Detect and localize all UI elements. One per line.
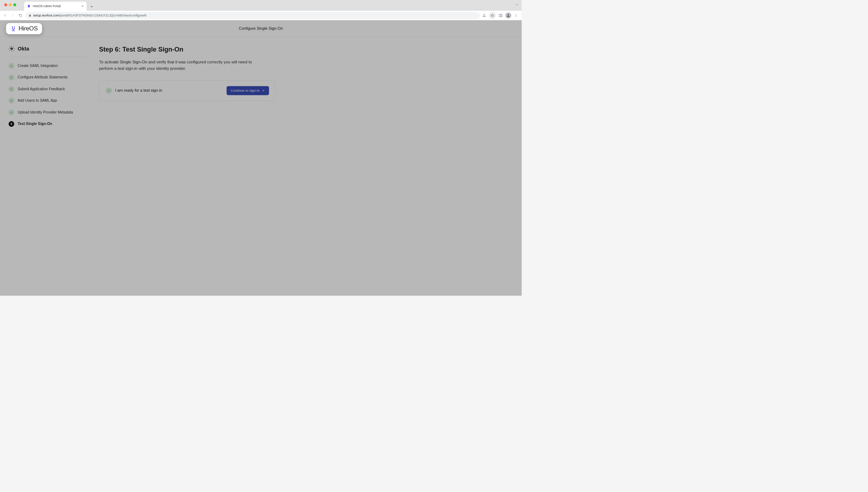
- step-configure-attributes[interactable]: Configure Attribute Statements: [9, 75, 86, 81]
- address-bar[interactable]: setup.workos.com/portal/01H3FSTNSNDCGDMJ…: [25, 12, 480, 19]
- profile-avatar[interactable]: [505, 13, 511, 19]
- tab-close-icon[interactable]: ×: [82, 4, 84, 8]
- bookmark-button[interactable]: [489, 12, 496, 19]
- forward-button[interactable]: [10, 13, 16, 18]
- step-label: Test Single Sign-On: [18, 122, 52, 126]
- tab-strip: HireOS Admin Portal × +: [0, 0, 522, 11]
- svg-point-10: [10, 47, 10, 47]
- action-card: I am ready for a test sign-in Continue t…: [99, 80, 276, 101]
- check-icon: [9, 63, 14, 69]
- main-content: Step 6: Test Single Sign-On To activate …: [99, 45, 276, 127]
- share-icon[interactable]: [482, 13, 486, 18]
- provider-header: Okta: [9, 45, 86, 57]
- check-icon: [9, 98, 14, 103]
- check-icon: [9, 86, 14, 92]
- svg-point-5: [11, 48, 12, 49]
- reload-button[interactable]: [18, 13, 23, 18]
- minimize-window-button[interactable]: [9, 4, 12, 6]
- svg-rect-0: [499, 14, 502, 16]
- step-label: Create SAML Integration: [18, 64, 58, 68]
- main-description: To activate Single Sign-On and verify th…: [99, 59, 267, 72]
- maximize-window-button[interactable]: [13, 4, 16, 6]
- svg-point-6: [11, 46, 12, 47]
- step-label: Submit Application Feedback: [18, 87, 65, 91]
- svg-point-13: [13, 50, 14, 51]
- step-add-users[interactable]: Add Users to SAML App: [9, 98, 86, 103]
- svg-point-9: [14, 48, 15, 49]
- logo-text: HireOS: [19, 25, 38, 32]
- check-icon: [9, 110, 14, 115]
- tab-title: HireOS Admin Portal: [33, 5, 79, 8]
- check-icon: [106, 88, 112, 94]
- new-tab-button[interactable]: +: [89, 4, 95, 10]
- arrow-right-icon: [262, 89, 264, 92]
- svg-point-12: [10, 50, 10, 51]
- svg-point-3: [516, 15, 516, 16]
- app-logo: HireOS: [6, 23, 42, 34]
- tab-overflow-button[interactable]: [515, 3, 519, 7]
- svg-point-2: [516, 14, 516, 15]
- ready-text: I am ready for a test sign-in: [115, 88, 162, 93]
- step-number-badge: 6: [9, 121, 14, 127]
- close-window-button[interactable]: [4, 4, 7, 6]
- steps-sidebar: Okta Create SAML Integration Configure A…: [9, 45, 86, 127]
- back-button[interactable]: [2, 13, 8, 18]
- page-header: HireOS Configure Single Sign-On: [0, 20, 522, 37]
- continue-button[interactable]: Continue to sign-in: [226, 86, 269, 95]
- kebab-menu-icon[interactable]: [514, 13, 518, 18]
- browser-toolbar: setup.workos.com/portal/01H3FSTNSNDCGDMJ…: [0, 11, 522, 20]
- step-submit-feedback[interactable]: Submit Application Feedback: [9, 86, 86, 92]
- continue-label: Continue to sign-in: [231, 89, 259, 93]
- step-label: Upload Identity Provider Metadata: [18, 110, 73, 115]
- window-traffic-lights[interactable]: [4, 4, 16, 6]
- check-icon: [9, 75, 14, 81]
- okta-logo-icon: [9, 45, 15, 52]
- step-label: Configure Attribute Statements: [18, 75, 67, 79]
- url-path: /portal/01H3FSTNSNDCGDMJ721JQGA68D/sso/c…: [59, 14, 146, 17]
- page-title: Configure Single Sign-On: [239, 26, 283, 31]
- lock-icon: [28, 14, 31, 17]
- favicon-icon: [27, 5, 31, 8]
- step-list: Create SAML Integration Configure Attrib…: [9, 63, 86, 127]
- step-create-saml[interactable]: Create SAML Integration: [9, 63, 86, 69]
- svg-point-11: [13, 47, 14, 47]
- step-test-sso[interactable]: 6 Test Single Sign-On: [9, 121, 86, 127]
- step-upload-metadata[interactable]: Upload Identity Provider Metadata: [9, 110, 86, 115]
- svg-point-7: [11, 51, 12, 52]
- url-domain: setup.workos.com: [33, 14, 59, 17]
- provider-name: Okta: [18, 45, 29, 52]
- side-panel-icon[interactable]: [499, 13, 503, 18]
- svg-point-4: [516, 16, 516, 17]
- svg-point-8: [9, 48, 10, 49]
- browser-tab[interactable]: HireOS Admin Portal ×: [24, 2, 86, 11]
- step-label: Add Users to SAML App: [18, 98, 57, 103]
- hireos-logo-icon: [10, 25, 16, 32]
- main-title: Step 6: Test Single Sign-On: [99, 45, 276, 53]
